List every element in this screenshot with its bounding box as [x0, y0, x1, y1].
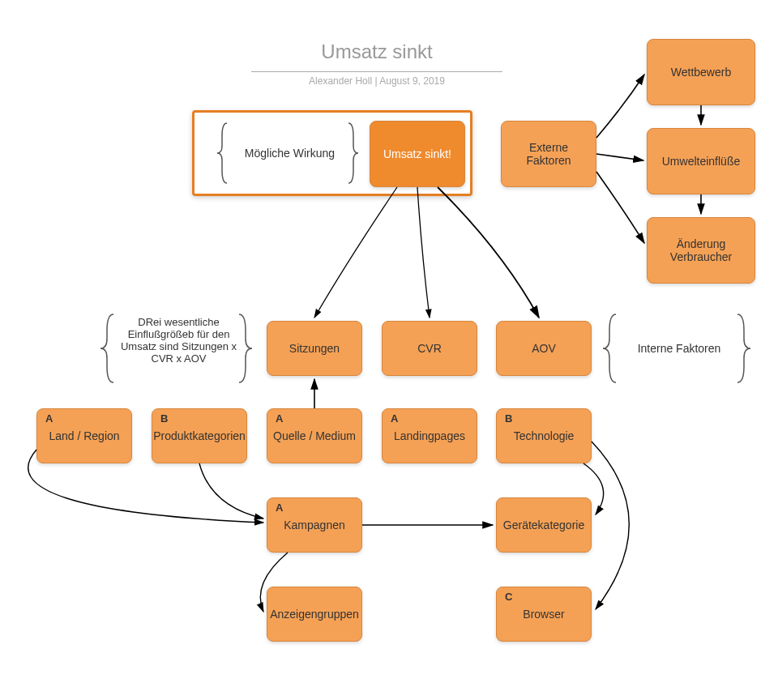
title-divider	[251, 71, 502, 72]
node-wettbewerb: Wettbewerb	[647, 39, 755, 105]
node-quelle: A Quelle / Medium	[267, 408, 362, 463]
node-landing-label: Landingpages	[394, 429, 465, 442]
corner-a-land: A	[45, 412, 53, 425]
date-text: August 9, 2019	[379, 75, 445, 87]
node-sitzungen-label: Sitzungen	[289, 342, 340, 355]
node-sitzungen: Sitzungen	[267, 321, 362, 376]
author-text: Alexander Holl	[309, 75, 372, 87]
diagram-title: Umsatz sinkt	[251, 41, 502, 66]
corner-a-kamp: A	[276, 502, 283, 514]
corner-b-tech: B	[505, 412, 512, 425]
corner-a-landing: A	[391, 412, 398, 425]
corner-a-quelle: A	[276, 412, 283, 425]
node-cvr-label: CVR	[417, 342, 442, 355]
node-browser-label: Browser	[523, 608, 564, 621]
node-kampagnen-label: Kampagnen	[284, 519, 345, 531]
node-kampagnen: A Kampagnen	[267, 497, 362, 553]
node-umsatz: Umsatz sinkt!	[370, 121, 465, 187]
node-verbraucher-label: Änderung Verbraucher	[652, 237, 750, 263]
node-produkt-label: Produktkategorien	[153, 429, 246, 442]
node-externe: Externe Faktoren	[501, 121, 596, 187]
diagram-header: Umsatz sinkt Alexander Holl | August 9, …	[251, 41, 502, 87]
node-land-label: Land / Region	[49, 429, 119, 442]
node-landing: A Landingpages	[382, 408, 477, 463]
brace-internal-text: Interne Faktoren	[622, 342, 736, 355]
node-umsatz-label: Umsatz sinkt!	[383, 147, 451, 160]
node-technologie: B Technologie	[496, 408, 592, 463]
node-aov-label: AOV	[532, 342, 556, 355]
corner-b-produkt: B	[160, 412, 168, 425]
diagram-subtitle: Alexander Holl | August 9, 2019	[251, 75, 502, 87]
node-geraete-label: Gerätekategorie	[503, 519, 584, 531]
node-produkt: B Produktkategorien	[152, 408, 247, 463]
node-cvr: CVR	[382, 321, 477, 376]
node-quelle-label: Quelle / Medium	[273, 429, 356, 442]
node-technologie-label: Technologie	[514, 429, 575, 442]
node-browser: C Browser	[496, 587, 592, 642]
node-externe-label: Externe Faktoren	[507, 141, 591, 167]
node-umwelt-label: Umwelteinflüße	[662, 155, 740, 168]
brace-formula-text: DRei wesentliche Einflußgrößeb für den U…	[120, 316, 237, 365]
node-wettbewerb-label: Wettbewerb	[671, 66, 731, 79]
node-anzeigen-label: Anzeigengruppen	[270, 608, 359, 621]
node-aov: AOV	[496, 321, 592, 376]
node-umwelt: Umwelteinflüße	[647, 128, 755, 194]
node-land: A Land / Region	[36, 408, 132, 463]
node-anzeigen: Anzeigengruppen	[267, 587, 362, 642]
corner-c-browser: C	[505, 591, 512, 603]
brace-effect-text: Mögliche Wirkung	[235, 147, 344, 160]
node-verbraucher: Änderung Verbraucher	[647, 217, 755, 284]
node-geraete: Gerätekategorie	[496, 497, 592, 553]
